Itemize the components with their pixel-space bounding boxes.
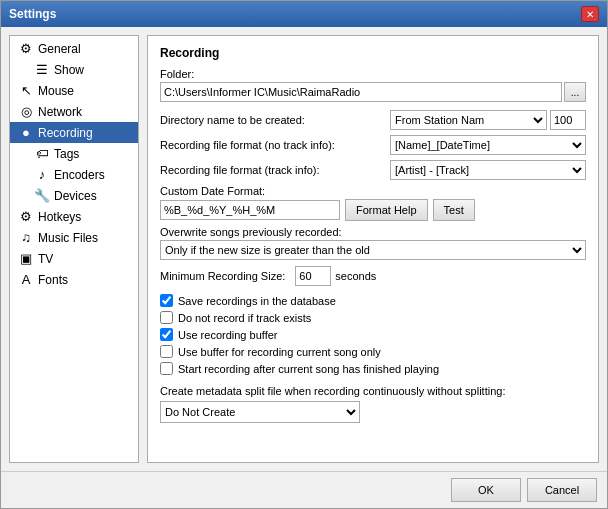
checkbox-buffer_current[interactable] — [160, 345, 173, 358]
sidebar-item-label-tags: Tags — [54, 147, 79, 161]
dialog-body: ⚙General☰Show↖Mouse◎Network●Recording🏷Ta… — [1, 27, 607, 471]
sidebar: ⚙General☰Show↖Mouse◎Network●Recording🏷Ta… — [9, 35, 139, 463]
checkbox-label-start_after: Start recording after current song has f… — [178, 363, 439, 375]
rec-format-track-select[interactable]: [Artist] - [Track] — [390, 160, 586, 180]
sidebar-item-label-encoders: Encoders — [54, 168, 105, 182]
devices-icon: 🔧 — [34, 188, 50, 203]
sidebar-item-label-devices: Devices — [54, 189, 97, 203]
dir-name-select[interactable]: From Station Nam — [390, 110, 547, 130]
min-rec-label: Minimum Recording Size: — [160, 270, 285, 282]
sidebar-item-label-hotkeys: Hotkeys — [38, 210, 81, 224]
metadata-label: Create metadata split file when recordin… — [160, 385, 586, 397]
sidebar-item-encoders[interactable]: ♪Encoders — [10, 164, 138, 185]
min-rec-row: Minimum Recording Size: seconds — [160, 266, 586, 286]
sidebar-item-network[interactable]: ◎Network — [10, 101, 138, 122]
hotkeys-icon: ⚙ — [18, 209, 34, 224]
folder-label: Folder: — [160, 68, 586, 80]
sidebar-item-label-tv: TV — [38, 252, 53, 266]
checkbox-label-no_record_exists: Do not record if track exists — [178, 312, 311, 324]
overwrite-row: Only if the new size is greater than the… — [160, 240, 586, 260]
sidebar-item-fonts[interactable]: AFonts — [10, 269, 138, 290]
folder-input[interactable] — [160, 82, 562, 102]
rec-format-track-row: Recording file format (track info): [Art… — [160, 160, 586, 180]
dir-name-label: Directory name to be created: — [160, 114, 390, 126]
checkbox-row-no_record_exists: Do not record if track exists — [160, 311, 586, 324]
sidebar-item-label-show: Show — [54, 63, 84, 77]
network-icon: ◎ — [18, 104, 34, 119]
folder-browse-button[interactable]: ... — [564, 82, 586, 102]
overwrite-label: Overwrite songs previously recorded: — [160, 226, 586, 238]
rec-format-no-track-select[interactable]: [Name]_[DateTime] — [390, 135, 586, 155]
checkbox-label-use_buffer: Use recording buffer — [178, 329, 277, 341]
close-button[interactable]: ✕ — [581, 6, 599, 22]
dir-name-num-input[interactable] — [550, 110, 586, 130]
custom-date-input[interactable] — [160, 200, 340, 220]
checkbox-save_db[interactable] — [160, 294, 173, 307]
sidebar-item-label-network: Network — [38, 105, 82, 119]
rec-format-no-track-row: Recording file format (no track info): [… — [160, 135, 586, 155]
overwrite-select[interactable]: Only if the new size is greater than the… — [160, 240, 586, 260]
min-rec-input[interactable] — [295, 266, 331, 286]
sidebar-item-recording[interactable]: ●Recording — [10, 122, 138, 143]
sidebar-item-label-general: General — [38, 42, 81, 56]
titlebar: Settings ✕ — [1, 1, 607, 27]
tv-icon: ▣ — [18, 251, 34, 266]
custom-date-row: Format Help Test — [160, 199, 586, 221]
rec-format-track-label: Recording file format (track info): — [160, 164, 390, 176]
fonts-icon: A — [18, 272, 34, 287]
custom-date-label: Custom Date Format: — [160, 185, 586, 197]
settings-window: Settings ✕ ⚙General☰Show↖Mouse◎Network●R… — [0, 0, 608, 509]
mouse-icon: ↖ — [18, 83, 34, 98]
tags-icon: 🏷 — [34, 146, 50, 161]
window-title: Settings — [9, 7, 56, 21]
folder-row: ... — [160, 82, 586, 102]
sidebar-item-mouse[interactable]: ↖Mouse — [10, 80, 138, 101]
sidebar-item-tags[interactable]: 🏷Tags — [10, 143, 138, 164]
checkboxes-container: Save recordings in the databaseDo not re… — [160, 294, 586, 375]
musicfiles-icon: ♫ — [18, 230, 34, 245]
min-rec-unit: seconds — [335, 270, 376, 282]
dir-name-row: Directory name to be created: From Stati… — [160, 110, 586, 130]
sidebar-item-label-musicfiles: Music Files — [38, 231, 98, 245]
sidebar-item-show[interactable]: ☰Show — [10, 59, 138, 80]
test-button[interactable]: Test — [433, 199, 475, 221]
sidebar-item-devices[interactable]: 🔧Devices — [10, 185, 138, 206]
sidebar-item-tv[interactable]: ▣TV — [10, 248, 138, 269]
checkbox-no_record_exists[interactable] — [160, 311, 173, 324]
ok-button[interactable]: OK — [451, 478, 521, 502]
section-title: Recording — [160, 46, 586, 60]
encoders-icon: ♪ — [34, 167, 50, 182]
cancel-button[interactable]: Cancel — [527, 478, 597, 502]
sidebar-item-musicfiles[interactable]: ♫Music Files — [10, 227, 138, 248]
format-help-button[interactable]: Format Help — [345, 199, 428, 221]
metadata-select[interactable]: Do Not Create — [160, 401, 360, 423]
checkbox-label-save_db: Save recordings in the database — [178, 295, 336, 307]
checkbox-label-buffer_current: Use buffer for recording current song on… — [178, 346, 381, 358]
checkbox-row-save_db: Save recordings in the database — [160, 294, 586, 307]
sidebar-item-hotkeys[interactable]: ⚙Hotkeys — [10, 206, 138, 227]
checkbox-row-start_after: Start recording after current song has f… — [160, 362, 586, 375]
checkbox-start_after[interactable] — [160, 362, 173, 375]
metadata-section: Create metadata split file when recordin… — [160, 385, 586, 423]
checkbox-row-use_buffer: Use recording buffer — [160, 328, 586, 341]
checkbox-row-buffer_current: Use buffer for recording current song on… — [160, 345, 586, 358]
sidebar-item-label-fonts: Fonts — [38, 273, 68, 287]
rec-format-no-track-label: Recording file format (no track info): — [160, 139, 390, 151]
recording-icon: ● — [18, 125, 34, 140]
bottom-bar: OK Cancel — [1, 471, 607, 508]
sidebar-item-label-recording: Recording — [38, 126, 93, 140]
checkbox-use_buffer[interactable] — [160, 328, 173, 341]
general-icon: ⚙ — [18, 41, 34, 56]
sidebar-item-label-mouse: Mouse — [38, 84, 74, 98]
sidebar-item-general[interactable]: ⚙General — [10, 38, 138, 59]
main-panel: Recording Folder: ... Directory name to … — [147, 35, 599, 463]
show-icon: ☰ — [34, 62, 50, 77]
